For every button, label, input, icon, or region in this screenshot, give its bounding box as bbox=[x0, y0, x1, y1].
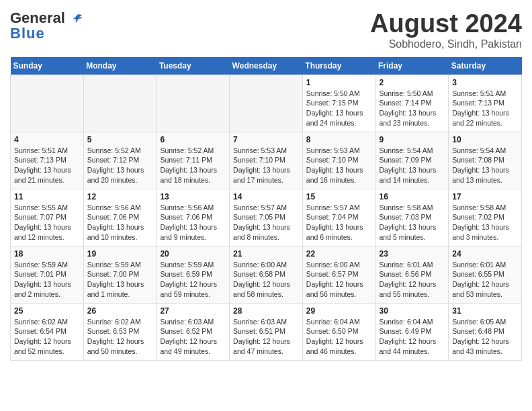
table-cell: 30 Sunrise: 6:04 AMSunset: 6:49 PMDaylig… bbox=[375, 303, 449, 360]
day-info: Sunrise: 5:56 AMSunset: 7:06 PMDaylight:… bbox=[87, 203, 153, 242]
logo: General Blue bbox=[10, 10, 84, 42]
day-number: 17 bbox=[452, 192, 518, 201]
day-info: Sunrise: 5:55 AMSunset: 7:07 PMDaylight:… bbox=[14, 203, 80, 242]
table-cell bbox=[11, 75, 84, 132]
day-number: 2 bbox=[380, 78, 445, 87]
day-info: Sunrise: 6:02 AMSunset: 6:54 PMDaylight:… bbox=[14, 317, 80, 357]
table-cell: 5 Sunrise: 5:52 AMSunset: 7:12 PMDayligh… bbox=[83, 132, 157, 189]
col-sunday: Sunday bbox=[11, 57, 84, 75]
day-number: 16 bbox=[380, 192, 445, 201]
table-cell: 15 Sunrise: 5:57 AMSunset: 7:04 PMDaylig… bbox=[302, 189, 375, 246]
day-number: 22 bbox=[306, 249, 372, 259]
day-number: 9 bbox=[380, 135, 445, 144]
logo-general: General bbox=[10, 10, 84, 26]
table-cell: 7 Sunrise: 5:53 AMSunset: 7:10 PMDayligh… bbox=[230, 132, 303, 189]
day-info: Sunrise: 5:57 AMSunset: 7:05 PMDaylight:… bbox=[233, 203, 299, 242]
col-friday: Friday bbox=[375, 57, 449, 75]
day-info: Sunrise: 5:59 AMSunset: 6:59 PMDaylight:… bbox=[160, 260, 226, 300]
table-cell: 11 Sunrise: 5:55 AMSunset: 7:07 PMDaylig… bbox=[11, 189, 84, 246]
day-info: Sunrise: 5:54 AMSunset: 7:09 PMDaylight:… bbox=[380, 146, 445, 185]
day-number: 27 bbox=[160, 306, 226, 316]
title-section: August 2024 Sobhodero, Sindh, Pakistan bbox=[370, 10, 522, 50]
day-number: 20 bbox=[160, 249, 226, 259]
table-cell: 14 Sunrise: 5:57 AMSunset: 7:05 PMDaylig… bbox=[230, 189, 303, 246]
table-cell bbox=[83, 75, 157, 132]
col-saturday: Saturday bbox=[449, 57, 522, 75]
col-wednesday: Wednesday bbox=[230, 57, 303, 75]
day-number: 8 bbox=[306, 135, 372, 144]
table-cell: 1 Sunrise: 5:50 AMSunset: 7:15 PMDayligh… bbox=[302, 75, 375, 132]
col-thursday: Thursday bbox=[302, 57, 375, 75]
day-info: Sunrise: 6:04 AMSunset: 6:50 PMDaylight:… bbox=[306, 317, 372, 357]
table-cell: 4 Sunrise: 5:51 AMSunset: 7:13 PMDayligh… bbox=[11, 132, 84, 189]
day-number: 11 bbox=[14, 192, 80, 201]
day-info: Sunrise: 5:54 AMSunset: 7:08 PMDaylight:… bbox=[452, 146, 518, 185]
day-info: Sunrise: 5:58 AMSunset: 7:02 PMDaylight:… bbox=[452, 203, 518, 242]
page-header: General Blue August 2024 Sobhodero, Sind… bbox=[10, 10, 522, 50]
day-info: Sunrise: 5:52 AMSunset: 7:11 PMDaylight:… bbox=[160, 146, 226, 185]
table-cell: 18 Sunrise: 5:59 AMSunset: 7:01 PMDaylig… bbox=[11, 246, 84, 303]
day-number: 30 bbox=[380, 306, 445, 316]
day-number: 25 bbox=[14, 306, 80, 316]
day-number: 4 bbox=[14, 135, 80, 144]
week-row-4: 18 Sunrise: 5:59 AMSunset: 7:01 PMDaylig… bbox=[11, 246, 522, 303]
day-number: 12 bbox=[87, 192, 153, 201]
day-info: Sunrise: 6:04 AMSunset: 6:49 PMDaylight:… bbox=[380, 317, 445, 357]
day-info: Sunrise: 5:59 AMSunset: 7:01 PMDaylight:… bbox=[14, 260, 80, 300]
table-cell: 24 Sunrise: 6:01 AMSunset: 6:55 PMDaylig… bbox=[449, 246, 522, 303]
day-number: 10 bbox=[452, 135, 518, 144]
table-cell: 8 Sunrise: 5:53 AMSunset: 7:10 PMDayligh… bbox=[302, 132, 375, 189]
day-info: Sunrise: 5:57 AMSunset: 7:04 PMDaylight:… bbox=[306, 203, 372, 242]
day-info: Sunrise: 5:50 AMSunset: 7:15 PMDaylight:… bbox=[306, 89, 372, 128]
day-number: 23 bbox=[380, 249, 445, 259]
day-number: 13 bbox=[160, 192, 226, 201]
day-number: 24 bbox=[452, 249, 518, 259]
day-number: 28 bbox=[233, 306, 299, 316]
col-tuesday: Tuesday bbox=[157, 57, 230, 75]
day-info: Sunrise: 5:53 AMSunset: 7:10 PMDaylight:… bbox=[233, 146, 299, 185]
table-cell: 28 Sunrise: 6:03 AMSunset: 6:51 PMDaylig… bbox=[230, 303, 303, 360]
calendar-header-row: Sunday Monday Tuesday Wednesday Thursday… bbox=[11, 57, 522, 75]
table-cell: 6 Sunrise: 5:52 AMSunset: 7:11 PMDayligh… bbox=[157, 132, 230, 189]
day-info: Sunrise: 5:59 AMSunset: 7:00 PMDaylight:… bbox=[87, 260, 153, 300]
table-cell bbox=[157, 75, 230, 132]
table-cell: 23 Sunrise: 6:01 AMSunset: 6:56 PMDaylig… bbox=[375, 246, 449, 303]
week-row-3: 11 Sunrise: 5:55 AMSunset: 7:07 PMDaylig… bbox=[11, 189, 522, 246]
day-info: Sunrise: 6:02 AMSunset: 6:53 PMDaylight:… bbox=[87, 317, 153, 357]
table-cell: 25 Sunrise: 6:02 AMSunset: 6:54 PMDaylig… bbox=[11, 303, 84, 360]
table-cell: 22 Sunrise: 6:00 AMSunset: 6:57 PMDaylig… bbox=[302, 246, 375, 303]
table-cell: 2 Sunrise: 5:50 AMSunset: 7:14 PMDayligh… bbox=[375, 75, 449, 132]
day-info: Sunrise: 5:51 AMSunset: 7:13 PMDaylight:… bbox=[452, 89, 518, 128]
day-number: 26 bbox=[87, 306, 153, 316]
table-cell: 9 Sunrise: 5:54 AMSunset: 7:09 PMDayligh… bbox=[375, 132, 449, 189]
week-row-5: 25 Sunrise: 6:02 AMSunset: 6:54 PMDaylig… bbox=[11, 303, 522, 360]
subtitle: Sobhodero, Sindh, Pakistan bbox=[370, 38, 522, 50]
day-number: 19 bbox=[87, 249, 153, 259]
day-info: Sunrise: 6:03 AMSunset: 6:52 PMDaylight:… bbox=[160, 317, 226, 357]
calendar-table: Sunday Monday Tuesday Wednesday Thursday… bbox=[10, 57, 522, 361]
day-number: 14 bbox=[233, 192, 299, 201]
day-info: Sunrise: 6:05 AMSunset: 6:48 PMDaylight:… bbox=[452, 317, 518, 357]
day-number: 21 bbox=[233, 249, 299, 259]
table-cell: 16 Sunrise: 5:58 AMSunset: 7:03 PMDaylig… bbox=[375, 189, 449, 246]
day-number: 31 bbox=[452, 306, 518, 316]
table-cell: 21 Sunrise: 6:00 AMSunset: 6:58 PMDaylig… bbox=[230, 246, 303, 303]
day-info: Sunrise: 6:03 AMSunset: 6:51 PMDaylight:… bbox=[233, 317, 299, 357]
day-info: Sunrise: 6:01 AMSunset: 6:55 PMDaylight:… bbox=[452, 260, 518, 300]
day-info: Sunrise: 6:01 AMSunset: 6:56 PMDaylight:… bbox=[380, 260, 445, 300]
main-title: August 2024 bbox=[370, 10, 522, 38]
table-cell: 27 Sunrise: 6:03 AMSunset: 6:52 PMDaylig… bbox=[157, 303, 230, 360]
table-cell bbox=[230, 75, 303, 132]
table-cell: 20 Sunrise: 5:59 AMSunset: 6:59 PMDaylig… bbox=[157, 246, 230, 303]
day-info: Sunrise: 5:53 AMSunset: 7:10 PMDaylight:… bbox=[306, 146, 372, 185]
day-info: Sunrise: 5:51 AMSunset: 7:13 PMDaylight:… bbox=[14, 146, 80, 185]
day-info: Sunrise: 6:00 AMSunset: 6:57 PMDaylight:… bbox=[306, 260, 372, 300]
day-number: 3 bbox=[452, 78, 518, 87]
week-row-1: 1 Sunrise: 5:50 AMSunset: 7:15 PMDayligh… bbox=[11, 75, 522, 132]
table-cell: 17 Sunrise: 5:58 AMSunset: 7:02 PMDaylig… bbox=[449, 189, 522, 246]
day-number: 6 bbox=[160, 135, 226, 144]
day-info: Sunrise: 5:52 AMSunset: 7:12 PMDaylight:… bbox=[87, 146, 153, 185]
table-cell: 29 Sunrise: 6:04 AMSunset: 6:50 PMDaylig… bbox=[302, 303, 375, 360]
day-info: Sunrise: 5:50 AMSunset: 7:14 PMDaylight:… bbox=[380, 89, 445, 128]
day-number: 18 bbox=[14, 249, 80, 259]
